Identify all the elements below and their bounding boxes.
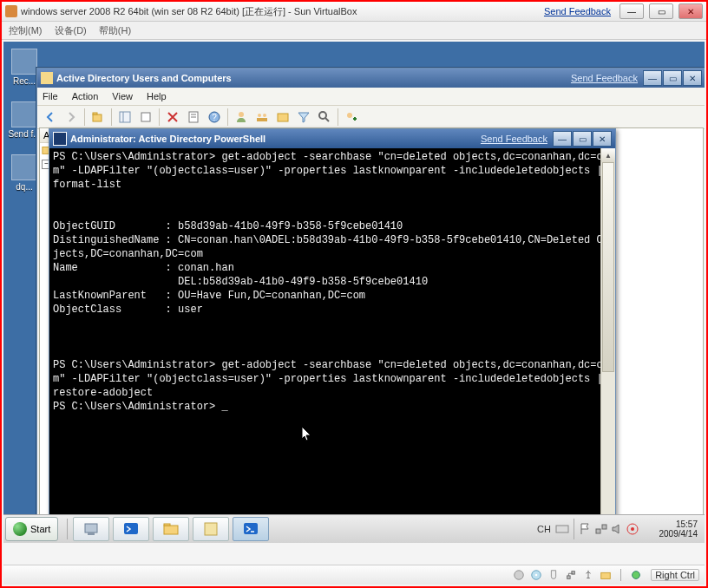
toolbar-cut-icon[interactable]: [136, 108, 155, 127]
powershell-close-button[interactable]: ✕: [593, 131, 612, 147]
powershell-maximize-button[interactable]: ▭: [573, 131, 592, 147]
aduc-icon: [41, 72, 53, 84]
vb-status-mouse-icon[interactable]: [547, 569, 560, 581]
aduc-menubar: File Action View Help: [37, 88, 705, 105]
toolbar-show-hide-tree-button[interactable]: [115, 108, 134, 127]
aduc-close-button[interactable]: ✕: [683, 70, 702, 86]
vb-menu-machine[interactable]: 控制(M): [9, 24, 43, 37]
powershell-window[interactable]: Administrator: Active Directory PowerShe…: [49, 128, 616, 529]
host-close-button[interactable]: ✕: [678, 3, 703, 19]
vb-status-cd-icon[interactable]: [530, 569, 542, 581]
clock-date: 2009/4/14: [646, 529, 698, 539]
aduc-menu-file[interactable]: File: [43, 91, 58, 101]
toolbar-up-button[interactable]: [88, 108, 108, 127]
svg-point-39: [633, 572, 640, 579]
scroll-thumb[interactable]: [602, 162, 614, 372]
svg-rect-36: [567, 576, 571, 579]
toolbar-properties-button[interactable]: [184, 108, 203, 127]
taskbar-clock[interactable]: 15:57 2009/4/14: [640, 519, 703, 539]
svg-rect-0: [93, 114, 102, 121]
powershell-output[interactable]: PS C:\Users\Administrator> get-adobject …: [53, 150, 612, 414]
taskbar-running-aduc[interactable]: [193, 517, 229, 541]
powershell-minimize-button[interactable]: —: [553, 131, 572, 147]
virtualbox-send-feedback-link[interactable]: Send Feedback: [544, 6, 611, 16]
svg-point-11: [258, 114, 261, 117]
vb-status-shared-folder-icon[interactable]: [600, 569, 612, 581]
aduc-title-text: Active Directory Users and Computers: [56, 73, 232, 83]
aduc-menu-view[interactable]: View: [112, 91, 133, 101]
tray-flag-icon[interactable]: [579, 522, 593, 536]
windows-orb-icon: [13, 522, 27, 536]
svg-rect-13: [257, 118, 267, 121]
feedback-icon: [11, 101, 37, 127]
toolbar-forward-button[interactable]: [62, 108, 81, 127]
aduc-send-feedback-link[interactable]: Send Feedback: [571, 73, 638, 83]
vb-hostkey-indicator[interactable]: Right Ctrl: [651, 569, 699, 581]
vb-status-net-icon[interactable]: [565, 569, 577, 581]
aduc-menu-help[interactable]: Help: [147, 91, 167, 101]
language-indicator[interactable]: CH: [534, 524, 554, 534]
svg-rect-2: [120, 112, 130, 122]
vb-status-capture-icon[interactable]: [630, 569, 642, 581]
virtualbox-titlebar: windows server 2008 R2 64bit (win ser 08…: [2, 2, 706, 22]
toolbar-back-button[interactable]: [41, 108, 60, 127]
start-button[interactable]: Start: [5, 517, 58, 541]
svg-rect-30: [602, 525, 606, 529]
svg-rect-21: [88, 532, 95, 535]
svg-rect-4: [141, 113, 150, 121]
tray-action-center-icon[interactable]: [626, 522, 639, 536]
toolbar-add-to-group-button[interactable]: [342, 108, 361, 127]
keyboard-tray-icon[interactable]: [555, 522, 569, 536]
guest-desktop[interactable]: Rec... Send f... dq... Active Directory …: [3, 42, 705, 543]
aduc-minimize-button[interactable]: —: [643, 70, 662, 86]
aduc-menu-action[interactable]: Action: [72, 91, 99, 101]
svg-text:?: ?: [212, 113, 217, 122]
powershell-title-text: Administrator: Active Directory PowerShe…: [70, 134, 266, 144]
svg-rect-24: [164, 524, 170, 526]
clock-time: 15:57: [646, 519, 698, 529]
scroll-up-button[interactable]: ▲: [601, 148, 615, 162]
taskbar-pinned-explorer[interactable]: [153, 517, 189, 541]
toolbar-filter-button[interactable]: [294, 108, 313, 127]
aduc-titlebar[interactable]: Active Directory Users and Computers Sen…: [37, 69, 705, 88]
svg-point-15: [319, 112, 326, 119]
vb-status-hd-icon[interactable]: [513, 569, 525, 581]
host-minimize-button[interactable]: —: [620, 3, 644, 19]
scroll-track[interactable]: [601, 162, 615, 514]
toolbar-delete-button[interactable]: [163, 108, 182, 127]
toolbar-new-ou-button[interactable]: [273, 108, 292, 127]
shortcut-icon: [11, 154, 37, 180]
svg-point-35: [535, 574, 538, 577]
vb-menu-help[interactable]: 帮助(H): [99, 24, 131, 37]
vb-status-usb-icon[interactable]: [582, 569, 594, 581]
svg-point-32: [631, 527, 634, 531]
svg-rect-38: [601, 572, 611, 578]
host-maximize-button[interactable]: ▭: [649, 3, 673, 19]
tray-network-icon[interactable]: [594, 522, 608, 536]
toolbar-new-group-button[interactable]: [252, 108, 272, 127]
svg-point-33: [515, 571, 524, 580]
svg-point-10: [239, 112, 244, 117]
svg-rect-14: [278, 114, 288, 121]
vb-menu-devices[interactable]: 设备(D): [55, 24, 87, 37]
taskbar-running-powershell[interactable]: [233, 517, 269, 541]
powershell-titlebar[interactable]: Administrator: Active Directory PowerShe…: [49, 129, 615, 148]
taskbar-pinned-shell[interactable]: [113, 517, 149, 541]
powershell-send-feedback-link[interactable]: Send Feedback: [481, 134, 547, 144]
powershell-console[interactable]: PS C:\Users\Administrator> get-adobject …: [49, 148, 615, 528]
toolbar-find-button[interactable]: [315, 108, 334, 127]
svg-point-12: [263, 114, 266, 117]
aduc-maximize-button[interactable]: ▭: [663, 70, 682, 86]
svg-rect-26: [244, 523, 258, 534]
taskbar-pinned-server[interactable]: [73, 517, 109, 541]
svg-rect-29: [596, 529, 600, 533]
tray-volume-icon[interactable]: [610, 522, 624, 536]
svg-rect-20: [85, 524, 97, 532]
taskbar[interactable]: Start CH 15:57 2009/4/14: [3, 514, 705, 543]
svg-rect-1: [93, 113, 97, 114]
svg-line-16: [325, 118, 329, 121]
toolbar-new-user-button[interactable]: [232, 108, 251, 127]
powershell-scrollbar[interactable]: ▲ ▼: [600, 148, 615, 528]
svg-rect-22: [124, 523, 138, 534]
toolbar-help-button[interactable]: ?: [205, 108, 224, 127]
